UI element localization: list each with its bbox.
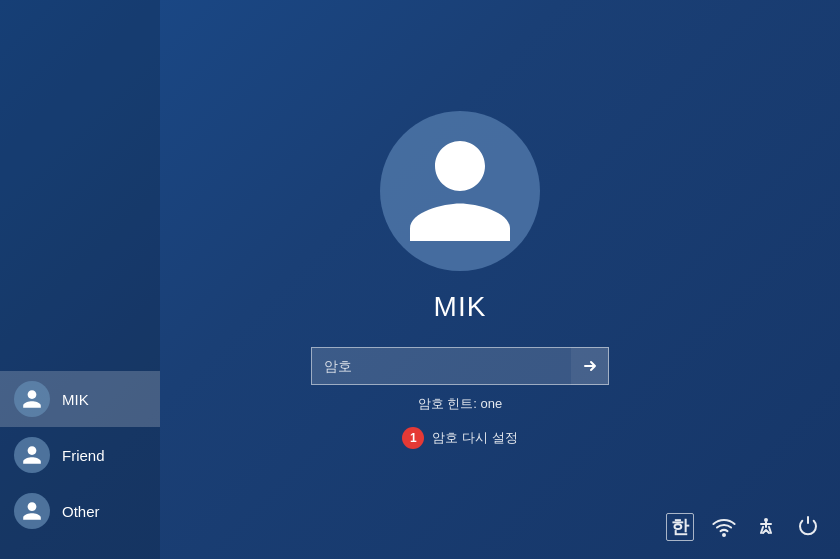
sidebar-label-friend: Friend bbox=[62, 447, 105, 464]
avatar bbox=[380, 111, 540, 271]
korean-input-button[interactable]: 한 bbox=[666, 513, 694, 541]
main-content: MIK 암호 힌트: one 1 암호 다시 설정 bbox=[311, 111, 609, 449]
reset-label: 암호 다시 설정 bbox=[432, 429, 517, 447]
reset-password-row[interactable]: 1 암호 다시 설정 bbox=[402, 427, 517, 449]
sidebar-item-other[interactable]: Other bbox=[0, 483, 160, 539]
sidebar-item-mik[interactable]: MIK bbox=[0, 371, 160, 427]
password-hint: 암호 힌트: one bbox=[418, 395, 503, 413]
sidebar-item-friend[interactable]: Friend bbox=[0, 427, 160, 483]
password-row bbox=[311, 347, 609, 385]
sidebar: MIK Friend Other bbox=[0, 0, 160, 559]
sidebar-label-mik: MIK bbox=[62, 391, 89, 408]
submit-button[interactable] bbox=[571, 347, 609, 385]
accessibility-button[interactable] bbox=[754, 515, 778, 539]
username-display: MIK bbox=[434, 291, 487, 323]
password-input[interactable] bbox=[311, 347, 571, 385]
user-icon-other bbox=[14, 493, 50, 529]
svg-point-0 bbox=[723, 534, 725, 536]
reset-badge: 1 bbox=[402, 427, 424, 449]
user-icon-friend bbox=[14, 437, 50, 473]
user-icon-mik bbox=[14, 381, 50, 417]
sidebar-label-other: Other bbox=[62, 503, 100, 520]
bottom-icons: 한 bbox=[666, 513, 820, 541]
power-button[interactable] bbox=[796, 515, 820, 539]
wifi-button[interactable] bbox=[712, 515, 736, 539]
